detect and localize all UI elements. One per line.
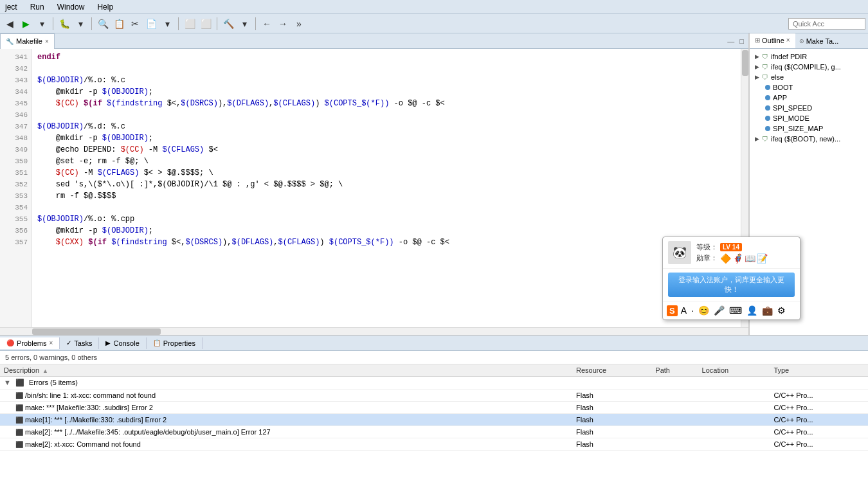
cell-type: C/C++ Pro...	[770, 390, 868, 402]
table-row[interactable]: ⬛ make[1]: *** [../Makefile:330: .subdir…	[0, 414, 868, 426]
menu-run[interactable]: Run	[28, 2, 47, 12]
make-tab-label: Make Ta...	[806, 37, 839, 45]
cell-resource: Flash	[572, 438, 651, 451]
tasks-tab[interactable]: ✓ Tasks	[60, 337, 99, 349]
toolbar-paste-btn[interactable]: 📄	[144, 17, 158, 31]
ime-tool-a[interactable]: A	[680, 304, 688, 317]
expand-arrow3: ▶	[755, 74, 759, 80]
toolbar-prev-btn[interactable]: ⬜	[183, 17, 197, 31]
problems-table[interactable]: Description ▲ Resource Path Location Typ…	[0, 364, 868, 502]
cell-location	[698, 414, 770, 426]
outline-item-app[interactable]: APP	[750, 93, 868, 103]
toolbar-search-btn[interactable]: 🔍	[96, 17, 110, 31]
toolbar-sep3	[178, 17, 179, 30]
toolbar-dropdown3[interactable]: ▾	[160, 17, 174, 31]
properties-tab[interactable]: 📋 Properties	[147, 337, 203, 349]
ime-popup: 🐼 等级： LV 14 勋章： 🔶 🦸 📖 📝 登录输入法账户，词库更全输入更快…	[662, 237, 800, 320]
make-tab[interactable]: ⊙ Make Ta...	[795, 33, 843, 48]
properties-tab-label: Properties	[163, 339, 195, 347]
ime-tool-emoji[interactable]: 😊	[697, 304, 710, 317]
error-row-icon: ⬛	[15, 441, 23, 448]
menu-help[interactable]: Help	[95, 2, 116, 12]
problems-tab-close[interactable]: ×	[49, 339, 53, 346]
ime-tool-mic[interactable]: 🎤	[712, 304, 726, 317]
table-row[interactable]: ⬛ make[2]: *** [../../Makefile:345: .out…	[0, 426, 868, 438]
editor-tab-close[interactable]: ×	[45, 38, 49, 45]
ime-tool-keyboard[interactable]: ⌨	[728, 304, 743, 317]
toolbar-build-btn[interactable]: 🔨	[221, 17, 235, 31]
outline-item-ifndef[interactable]: ▶ ⛉ ifndef PDIR	[750, 51, 868, 62]
properties-tab-icon: 📋	[153, 339, 161, 346]
toolbar-copy-btn[interactable]: 📋	[112, 17, 126, 31]
table-row[interactable]: ⬛ make: *** [Makefile:330: .subdirs] Err…	[0, 402, 868, 414]
menu-project[interactable]: ject	[3, 2, 20, 12]
toolbar-cut-btn[interactable]: ✂	[128, 17, 142, 31]
col-path: Path	[651, 364, 698, 377]
menu-window[interactable]: Window	[55, 2, 87, 12]
problems-tab[interactable]: 🔴 Problems ×	[0, 337, 60, 349]
cell-path	[651, 426, 698, 438]
outline-tab[interactable]: ⊞ Outline ×	[750, 33, 795, 48]
outline-tab-close[interactable]: ×	[786, 37, 790, 44]
error-row-icon: ⬛	[15, 392, 23, 399]
cell-location	[698, 390, 770, 402]
ime-level-label: 等级：	[696, 242, 718, 252]
problems-tab-icon: 🔴	[6, 339, 14, 346]
toolbar-dropdown4[interactable]: ▾	[237, 17, 251, 31]
ime-tool-dot[interactable]: ·	[690, 304, 695, 317]
outline-leaf-label-spi-mode: SPI_MODE	[773, 114, 809, 122]
table-row[interactable]: ⬛ make[2]: xt-xcc: Command not found Fla…	[0, 438, 868, 451]
outline-leaf-label-boot: BOOT	[773, 84, 793, 91]
table-row[interactable]: ⬛ /bin/sh: line 1: xt-xcc: command not f…	[0, 390, 868, 402]
editor-scrollbar-h[interactable]	[0, 327, 748, 335]
leaf-dot-spi-size	[765, 126, 770, 131]
cell-desc: ⬛ make: *** [Makefile:330: .subdirs] Err…	[0, 402, 572, 414]
outline-item-boot[interactable]: BOOT	[750, 82, 868, 93]
toolbar-nav-fwd[interactable]: →	[276, 17, 290, 31]
outline-item-spi-mode[interactable]: SPI_MODE	[750, 113, 868, 123]
ime-s-logo[interactable]: S	[667, 305, 678, 316]
outline-item-label: ifndef PDIR	[771, 53, 807, 60]
toolbar: ◀ ▶ ▾ 🐛 ▾ 🔍 📋 ✂ 📄 ▾ ⬜ ⬜ 🔨 ▾ ← → »	[0, 14, 868, 33]
ime-tool-bag[interactable]: 💼	[761, 304, 774, 317]
cell-type: C/C++ Pro...	[770, 426, 868, 438]
maximize-editor-btn[interactable]: □	[737, 37, 746, 46]
ime-tool-settings[interactable]: ⚙	[776, 304, 787, 317]
ime-login-btn[interactable]: 登录输入法账户，词库更全输入更快！	[668, 273, 795, 297]
outline-leaf-label-spi-size: SPI_SIZE_MAP	[773, 125, 823, 132]
outline-item-ifeq-boot[interactable]: ▶ ⛉ ifeq ($(BOOT), new)...	[750, 134, 868, 144]
outline-item-spi-speed[interactable]: SPI_SPEED	[750, 103, 868, 113]
toolbar-nav-back[interactable]: ←	[260, 17, 274, 31]
ime-avatar: 🐼	[668, 241, 691, 264]
outline-item-ifeq1[interactable]: ▶ ⛉ ifeq ($(COMPILE), g...	[750, 62, 868, 72]
collapse-errors-btn[interactable]: ▼	[4, 379, 11, 386]
console-tab[interactable]: ▶ Console	[99, 337, 146, 349]
toolbar-back-btn[interactable]: ◀	[3, 17, 17, 31]
toolbar-dropdown1[interactable]: ▾	[35, 17, 49, 31]
ime-header: 🐼 等级： LV 14 勋章： 🔶 🦸 📖 📝	[663, 237, 800, 269]
expand-arrow4: ▶	[755, 136, 759, 142]
errors-group-header: ▼ ⬛ Errors (5 items)	[0, 377, 868, 390]
leaf-dot-spi-speed	[765, 105, 770, 111]
toolbar-more[interactable]: »	[292, 17, 306, 31]
quick-access-input[interactable]	[788, 18, 865, 30]
error-group-icon: ⬛	[15, 379, 24, 386]
toolbar-debug-btn[interactable]: 🐛	[57, 17, 71, 31]
ime-tool-user[interactable]: 👤	[745, 304, 759, 317]
toolbar-run-btn[interactable]: ▶	[19, 17, 33, 31]
toolbar-next-btn[interactable]: ⬜	[199, 17, 213, 31]
tasks-tab-icon: ✓	[66, 339, 71, 346]
editor-tab-makefile[interactable]: 🔧 Makefile ×	[0, 33, 55, 49]
toolbar-dropdown2[interactable]: ▾	[73, 17, 87, 31]
editor-scrollbar-thumb[interactable]	[742, 50, 748, 76]
code-content[interactable]: endif $(OBJODIR)/%.o: %.c @mkdir -p $(OB…	[32, 49, 741, 327]
editor-scrollbar-h-thumb[interactable]	[32, 328, 161, 335]
makefile-icon: 🔧	[6, 38, 14, 45]
outline-item-spi-size[interactable]: SPI_SIZE_MAP	[750, 123, 868, 134]
outline-item-label3: else	[771, 73, 784, 81]
outline-item-icon4: ⛉	[762, 136, 768, 143]
minimize-editor-btn[interactable]: —	[725, 37, 736, 46]
tasks-tab-label: Tasks	[74, 339, 92, 347]
cell-location	[698, 426, 770, 438]
outline-item-else[interactable]: ▶ ⛉ else	[750, 72, 868, 82]
